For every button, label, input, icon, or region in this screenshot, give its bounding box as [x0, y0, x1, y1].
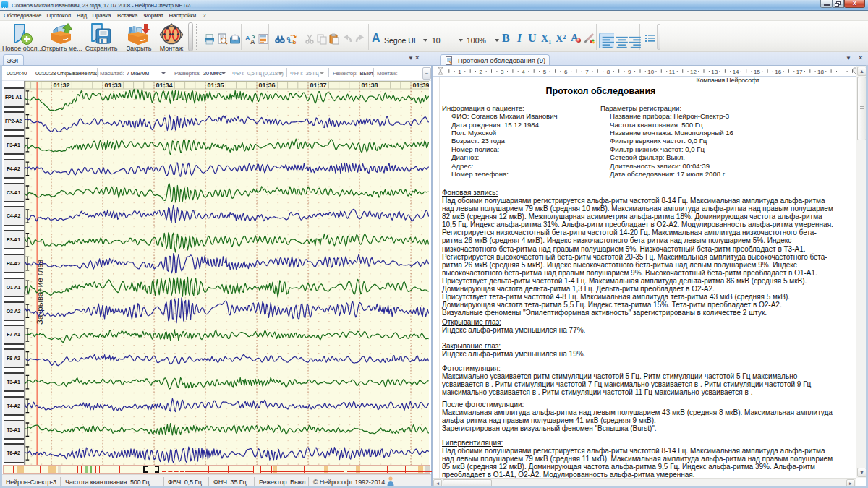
svg-text:A: A: [245, 35, 250, 42]
svg-text:01:38: 01:38: [362, 82, 378, 89]
svg-text:01:33: 01:33: [105, 82, 122, 89]
svg-text:15: 15: [754, 69, 760, 75]
svg-text:6: 6: [564, 69, 568, 75]
svg-text:01:39: 01:39: [413, 82, 430, 89]
svg-text:5: 5: [543, 69, 547, 75]
svg-text:7: 7: [585, 69, 589, 75]
svg-text:01:36: 01:36: [259, 82, 276, 89]
svg-text:3: 3: [501, 69, 504, 75]
svg-text:16: 16: [775, 69, 781, 75]
svg-text:11: 11: [669, 69, 676, 75]
svg-text:01:34: 01:34: [156, 82, 173, 89]
svg-text:b: b: [293, 39, 297, 46]
svg-text:10: 10: [647, 69, 654, 75]
svg-text:9: 9: [628, 69, 631, 75]
svg-text:1: 1: [458, 69, 461, 75]
svg-text:18: 18: [817, 69, 824, 75]
svg-text:2: 2: [480, 69, 483, 75]
svg-text:17: 17: [796, 69, 803, 75]
svg-text:4: 4: [522, 69, 525, 75]
svg-text:14: 14: [733, 69, 739, 75]
svg-text:A: A: [250, 38, 255, 45]
svg-text:a: a: [287, 35, 291, 41]
svg-text:01:37: 01:37: [310, 82, 327, 89]
svg-text:8: 8: [607, 69, 610, 75]
svg-text:13: 13: [711, 69, 718, 75]
svg-text:12: 12: [690, 69, 697, 75]
svg-text:01:35: 01:35: [208, 82, 224, 89]
svg-text:01:32: 01:32: [54, 82, 70, 89]
